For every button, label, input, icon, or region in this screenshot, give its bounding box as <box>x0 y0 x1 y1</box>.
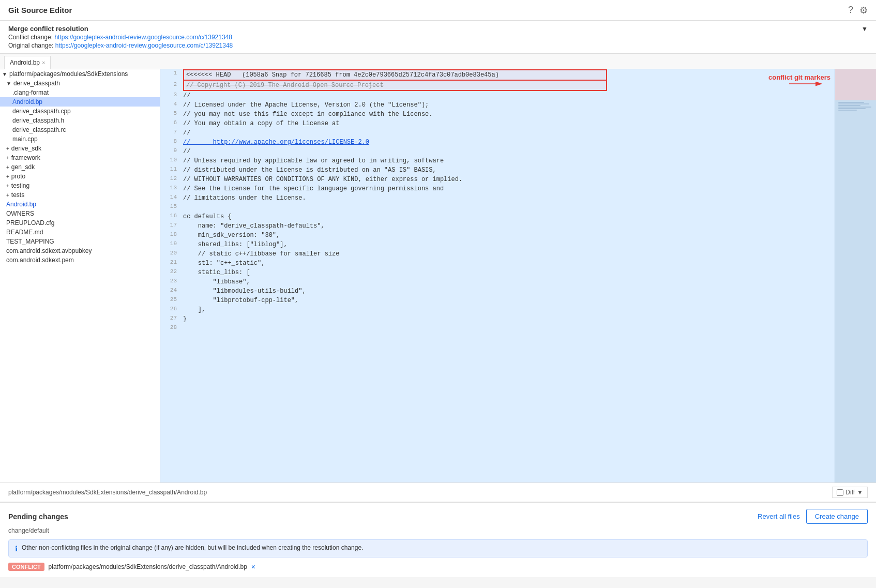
status-bar: platform/packages/modules/SdkExtensions/… <box>0 483 876 502</box>
help-icon[interactable]: ? <box>848 5 853 16</box>
line-number: 3 <box>160 91 181 100</box>
diff-button[interactable]: Diff ▼ <box>832 487 868 498</box>
code-row-1[interactable]: 1<<<<<<< HEAD (1058a6 Snap for 7216685 f… <box>160 69 835 81</box>
tree-item-clang-format[interactable]: .clang-format <box>0 88 160 97</box>
tree-item-label: Android.bp <box>12 98 42 105</box>
line-number: 5 <box>160 110 181 119</box>
code-content: // Licensed under the Apache License, Ve… <box>181 100 835 110</box>
settings-icon[interactable]: ⚙ <box>859 5 868 16</box>
code-row-7[interactable]: 7// <box>160 128 835 138</box>
code-row-2[interactable]: 2// Copyright (C) 2019 The Android Open … <box>160 81 835 91</box>
conflict-url[interactable]: https://googleplex-android-review.google… <box>54 34 232 41</box>
tree-item-label: README.md <box>6 229 43 236</box>
code-content: shared_libs: ["liblog"], <box>181 240 835 249</box>
code-row-12[interactable]: 12// WITHOUT WARRANTIES OR CONDITIONS OF… <box>160 175 835 184</box>
original-label: Original change: <box>8 42 53 49</box>
conflict-label: Conflict change: <box>8 34 53 41</box>
line-number: 16 <box>160 212 181 221</box>
tree-item-android-bp-root[interactable]: Android.bp <box>0 200 160 209</box>
code-row-3[interactable]: 3// <box>160 91 835 100</box>
tree-item-label: proto <box>11 173 25 180</box>
conflict-badge: CONFLICT <box>8 563 44 571</box>
code-editor[interactable]: 1<<<<<<< HEAD (1058a6 Snap for 7216685 f… <box>160 69 835 483</box>
code-row-20[interactable]: 20 // static c++/libbase for smaller siz… <box>160 249 835 259</box>
root-folder-label: platform/packages/modules/SdkExtensions <box>9 70 128 78</box>
diff-dropdown-icon[interactable]: ▼ <box>857 489 863 496</box>
code-row-9[interactable]: 9// <box>160 147 835 156</box>
tree-item-android-bp-active[interactable]: Android.bp <box>0 97 160 107</box>
code-row-14[interactable]: 14// limitations under the License. <box>160 193 835 203</box>
line-number: 21 <box>160 259 181 268</box>
diff-checkbox[interactable] <box>837 489 843 496</box>
minimap <box>835 69 876 483</box>
tab-bar: Android.bp × <box>0 54 876 69</box>
code-content: "libbase", <box>181 277 835 287</box>
change-default: change/default <box>8 527 868 534</box>
code-row-18[interactable]: 18 min_sdk_version: "30", <box>160 231 835 240</box>
tree-item-derive-classpath-h[interactable]: derive_classpath.h <box>0 116 160 125</box>
code-row-19[interactable]: 19 shared_libs: ["liblog"], <box>160 240 835 249</box>
original-url[interactable]: https://googleplex-android-review.google… <box>55 42 233 49</box>
code-row-17[interactable]: 17 name: "derive_classpath-defaults", <box>160 221 835 231</box>
tree-item-label: com.android.sdkext.pem <box>6 257 74 264</box>
tree-item-tests[interactable]: + tests <box>0 190 160 200</box>
conflict-link-row: Conflict change: https://googleplex-andr… <box>8 34 868 41</box>
line-number: 20 <box>160 249 181 259</box>
tree-item-derive-classpath-rc[interactable]: derive_classpath.rc <box>0 125 160 134</box>
code-row-15[interactable]: 15 <box>160 203 835 212</box>
code-row-26[interactable]: 26 ], <box>160 305 835 314</box>
tree-item-derive-sdk[interactable]: + derive_sdk <box>0 144 160 153</box>
tree-item-gen-sdk[interactable]: + gen_sdk <box>0 162 160 172</box>
code-row-4[interactable]: 4// Licensed under the Apache License, V… <box>160 100 835 110</box>
code-row-22[interactable]: 22 static_libs: [ <box>160 268 835 277</box>
line-number: 14 <box>160 193 181 203</box>
code-row-6[interactable]: 6// You may obtain a copy of the License… <box>160 119 835 128</box>
minimap-conflict-highlight <box>835 69 876 100</box>
tree-item-owners[interactable]: OWNERS <box>0 209 160 218</box>
code-row-23[interactable]: 23 "libbase", <box>160 277 835 287</box>
code-row-13[interactable]: 13// See the License for the specific la… <box>160 184 835 193</box>
code-row-8[interactable]: 8// http://www.apache.org/licenses/LICEN… <box>160 138 835 147</box>
conflict-filename: platform/packages/modules/SdkExtensions/… <box>49 563 247 570</box>
tree-item-readme[interactable]: README.md <box>0 228 160 237</box>
code-row-11[interactable]: 11// distributed under the License is di… <box>160 165 835 175</box>
conflict-remove-icon[interactable]: × <box>251 563 255 571</box>
pending-changes-section: Pending changes Revert all files Create … <box>0 502 876 577</box>
code-row-10[interactable]: 10// Unless required by applicable law o… <box>160 156 835 165</box>
revert-all-button[interactable]: Revert all files <box>758 512 800 520</box>
code-row-28[interactable]: 28 <box>160 324 835 333</box>
code-row-16[interactable]: 16cc_defaults { <box>160 212 835 221</box>
create-change-button[interactable]: Create change <box>806 509 868 524</box>
code-row-25[interactable]: 25 "libprotobuf-cpp-lite", <box>160 296 835 305</box>
tree-item-label: gen_sdk <box>11 163 35 171</box>
android-bp-tab[interactable]: Android.bp × <box>4 56 51 69</box>
tab-close-icon[interactable]: × <box>42 59 45 66</box>
merge-dropdown-icon[interactable]: ▼ <box>862 25 868 33</box>
tree-item-avbpubkey[interactable]: com.android.sdkext.avbpubkey <box>0 246 160 255</box>
code-content: // <box>181 147 835 156</box>
code-row-27[interactable]: 27} <box>160 314 835 324</box>
tab-label: Android.bp <box>10 59 40 66</box>
conflict-file-row: CONFLICT platform/packages/modules/SdkEx… <box>8 563 868 571</box>
code-row-21[interactable]: 21 stl: "c++_static", <box>160 259 835 268</box>
code-content: // static c++/libbase for smaller size <box>181 249 835 259</box>
tree-item-test-mapping[interactable]: TEST_MAPPING <box>0 237 160 246</box>
tree-item-derive-classpath-cpp[interactable]: derive_classpath.cpp <box>0 107 160 116</box>
tree-item-derive-classpath[interactable]: ▼ derive_classpath <box>0 79 160 88</box>
code-row-5[interactable]: 5// you may not use this file except in … <box>160 110 835 119</box>
tree-root[interactable]: ▼ platform/packages/modules/SdkExtension… <box>0 69 160 79</box>
code-content: } <box>181 314 835 324</box>
tree-item-framework[interactable]: + framework <box>0 153 160 162</box>
tree-item-label: main.cpp <box>12 135 38 143</box>
file-path: platform/packages/modules/SdkExtensions/… <box>8 489 207 496</box>
tree-item-pem[interactable]: com.android.sdkext.pem <box>0 255 160 265</box>
conflict-line-1: <<<<<<< HEAD (1058a6 Snap for 7216685 fr… <box>183 69 607 81</box>
tree-item-label: tests <box>11 191 24 199</box>
license-link[interactable]: // http://www.apache.org/licenses/LICENS… <box>183 139 369 146</box>
tree-item-testing[interactable]: + testing <box>0 181 160 190</box>
tree-item-proto[interactable]: + proto <box>0 172 160 181</box>
pending-actions: Revert all files Create change <box>758 509 868 524</box>
tree-item-preupload[interactable]: PREUPLOAD.cfg <box>0 218 160 228</box>
tree-item-main-cpp[interactable]: main.cpp <box>0 134 160 144</box>
code-row-24[interactable]: 24 "libmodules-utils-build", <box>160 287 835 296</box>
